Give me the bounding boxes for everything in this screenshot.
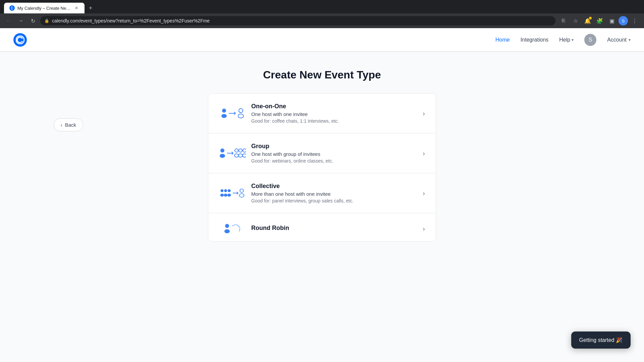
active-tab[interactable]: C My Calendly – Create New Even... ✕ [4,3,85,13]
logo[interactable] [13,33,27,47]
nav-integrations[interactable]: Integrations [521,36,549,44]
extensions-icon[interactable]: 🧩 [594,15,605,26]
account-chevron-icon: ▾ [629,38,631,42]
svg-point-18 [224,194,227,197]
svg-point-15 [220,189,223,192]
one-on-one-icon [219,107,246,119]
back-chevron-icon: ‹ [61,122,62,128]
more-menu-button[interactable]: ⋮ [629,15,640,26]
tab-favicon: C [9,5,15,11]
svg-point-17 [224,189,227,192]
address-bar[interactable]: 🔒 calendly.com/event_types/new?return_to… [40,16,555,25]
svg-point-23 [239,194,244,197]
round-robin-icon [219,223,246,235]
back-nav-button[interactable]: ← [4,16,13,25]
getting-started-label: Getting started 🎉 [579,337,623,343]
collective-name: Collective [251,183,417,190]
toolbar-icons: ⎘ ☆ 🔔 🧩 ▣ S ⋮ [558,15,640,26]
nav-help[interactable]: Help ▾ [559,36,574,44]
collective-icon [219,187,246,199]
collective-info: Collective More than one host with one i… [246,183,423,203]
bookmark-icon[interactable]: ☆ [570,15,581,26]
round-robin-chevron-icon: › [423,225,425,233]
getting-started-toast[interactable]: Getting started 🎉 [571,331,631,349]
logo-icon [13,33,27,47]
collective-goodfor: Good for: panel interviews, group sales … [251,198,417,203]
group-name: Group [251,143,417,150]
svg-point-16 [220,194,224,197]
page-header: Create New Event Type [7,65,637,81]
group-info: Group One host with group of invitees Go… [246,143,423,164]
svg-point-4 [239,109,243,113]
reload-button[interactable]: ↻ [28,16,38,25]
svg-point-11 [239,149,242,152]
tab-bar: C My Calendly – Create New Even... ✕ + [0,0,644,13]
help-chevron-icon: ▾ [572,38,574,42]
event-type-group[interactable]: Group One host with group of invitees Go… [208,133,436,173]
nav-links: Home Integrations Help ▾ S Account ▾ [495,34,631,46]
tab-title: My Calendly – Create New Even... [17,6,71,11]
split-view-icon[interactable]: ▣ [606,15,617,26]
svg-point-7 [220,154,225,158]
extensions-notification-icon[interactable]: 🔔 [582,15,593,26]
group-icon [219,147,246,159]
one-on-one-info: One-on-One One host with one invitee Goo… [246,103,423,124]
browser-chrome: C My Calendly – Create New Even... ✕ + ←… [0,0,644,28]
new-tab-button[interactable]: + [86,3,95,13]
round-robin-name: Round Robin [251,225,417,232]
svg-point-24 [225,224,229,228]
top-nav: Home Integrations Help ▾ S Account ▾ [0,28,644,52]
one-on-one-goodfor: Good for: coffee chats, 1:1 interviews, … [251,118,417,124]
svg-point-25 [224,229,230,233]
collective-chevron-icon: › [423,189,425,197]
group-goodfor: Good for: webinars, online classes, etc. [251,158,417,164]
page-content: ‹ Back Create New Event Type [0,52,644,362]
page-title: Create New Event Type [7,69,637,81]
one-on-one-name: One-on-One [251,103,417,110]
event-type-collective[interactable]: Collective More than one host with one i… [208,173,436,213]
svg-point-6 [220,148,224,153]
app-wrapper: Home Integrations Help ▾ S Account ▾ ‹ B… [0,28,644,362]
svg-point-20 [227,194,231,197]
svg-point-5 [238,114,244,118]
chrome-profile-button[interactable]: S [619,16,628,25]
group-chevron-icon: › [423,149,425,157]
group-subtitle: One host with group of invitees [251,151,417,157]
svg-point-12 [238,154,243,157]
back-button[interactable]: ‹ Back [54,118,83,131]
address-bar-row: ← → ↻ 🔒 calendly.com/event_types/new?ret… [0,13,644,28]
one-on-one-subtitle: One host with one invitee [251,111,417,117]
svg-point-19 [228,189,231,192]
svg-point-22 [240,189,244,193]
cast-icon[interactable]: ⎘ [558,15,569,26]
svg-point-14 [243,154,246,157]
collective-subtitle: More than one host with one invitee [251,191,417,197]
nav-avatar[interactable]: S [584,34,596,46]
svg-point-1 [222,109,226,113]
svg-point-13 [243,149,246,152]
svg-point-9 [235,149,238,152]
url-text: calendly.com/event_types/new?return_to=%… [52,18,210,23]
nav-home[interactable]: Home [495,36,510,44]
svg-point-10 [234,154,238,157]
one-on-one-chevron-icon: › [423,110,425,117]
event-types-container: One-on-One One host with one invitee Goo… [208,93,436,242]
event-type-round-robin[interactable]: Round Robin › [208,213,436,241]
account-button[interactable]: Account ▾ [607,37,631,43]
forward-nav-button[interactable]: → [16,16,25,25]
round-robin-info: Round Robin [246,225,423,233]
event-type-one-on-one[interactable]: One-on-One One host with one invitee Goo… [208,94,436,133]
tab-close-button[interactable]: ✕ [74,5,79,11]
svg-point-2 [221,114,227,118]
lock-icon: 🔒 [44,18,49,23]
